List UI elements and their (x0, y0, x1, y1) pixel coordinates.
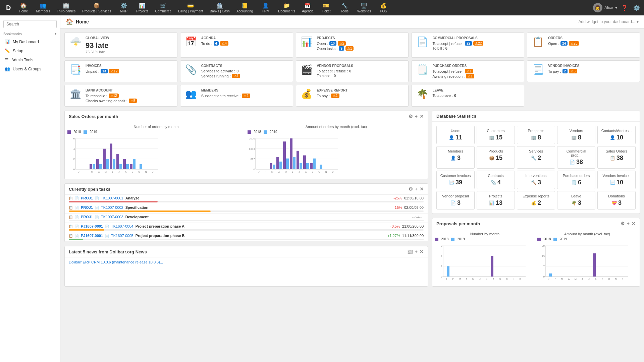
sidebar-item-my-dashboard[interactable]: 📊 My Dashboard (0, 37, 60, 46)
widget-orders[interactable]: 📋 ORDERS Open : 24 ⚠23 (527, 33, 640, 58)
db-stat-customer-invoices[interactable]: Customer invoices 📑 39 (436, 171, 475, 189)
widget-vendor-invoices[interactable]: 📃 VENDOR INVOICES To pay : 2 ⚠6 (527, 60, 640, 82)
db-stat-sales-orders[interactable]: Sales Orders 📋 38 (597, 146, 636, 169)
db-stat-services[interactable]: Services 🔧 2 (517, 146, 555, 169)
db-stat-leave[interactable]: Leave 🌴 3 (557, 191, 595, 209)
nav-mrp[interactable]: ⚙️ MRP (114, 1, 133, 14)
app-logo[interactable]: D (3, 4, 14, 12)
db-stat-projects[interactable]: Projects 📊 13 (477, 191, 515, 209)
nav-agenda[interactable]: 📅 Agenda (299, 1, 317, 14)
question-icon[interactable]: ❓ (620, 3, 629, 12)
proposals-filter-icon[interactable]: ⚙ (621, 221, 625, 226)
db-stat-expense-reports[interactable]: Expense reports 💰 2 (517, 191, 555, 209)
widget-global-view[interactable]: 🌩️ GLOBAL VIEW 93 late75.61% late (64, 33, 177, 58)
task-project[interactable]: PROJ1 (81, 215, 93, 219)
nav-documents[interactable]: 📁 Documents (275, 1, 299, 14)
task-id[interactable]: TK1607-0004 (111, 224, 133, 228)
tasks-close-icon[interactable]: ✕ (420, 186, 424, 192)
nav-members[interactable]: 👥 Members (33, 1, 53, 14)
nav-products[interactable]: 📦 Products | Services (79, 1, 114, 14)
tasks-filter-icon[interactable]: ⚙ (409, 186, 413, 192)
bookmarks-section[interactable]: Bookmarks ▾ (0, 30, 60, 37)
task-id[interactable]: TK1007-0001 (101, 196, 123, 200)
widget-leave[interactable]: 🌴 LEAVE To approve : 0 (411, 85, 524, 107)
db-stat-contacts/addres...[interactable]: Contacts/Addres... 👤 10 (597, 126, 636, 144)
nav-accounting[interactable]: 📒 Accounting (233, 1, 256, 14)
widget-line-label: To accept | refuse : (432, 69, 464, 73)
add-icon[interactable]: + (415, 114, 418, 119)
news-icon1[interactable]: 📰 (407, 249, 413, 254)
filter-icon[interactable]: ⚙ (409, 114, 413, 119)
user-dropdown-icon: ▾ (615, 5, 617, 10)
task-id[interactable]: TK1007-0003 (101, 215, 123, 219)
db-stat-customers[interactable]: Customers 🏢 15 (477, 126, 515, 144)
widget-expense-report[interactable]: 💰 EXPENSE REPORT To pay : ⚠1 (296, 85, 409, 107)
widget-contracts[interactable]: 📎 CONTRACTS Services to activate : 0Serv… (180, 60, 293, 82)
db-stat-users[interactable]: Users 👤 11 (436, 126, 475, 144)
svg-text:S: S (312, 171, 314, 173)
add-widget-chevron[interactable]: ▾ (637, 19, 639, 24)
widget-icon-global-view: 🌩️ (69, 36, 82, 47)
proposals-amount-chart: Amount by month (excl. tax) 2018 2019 07… (537, 232, 637, 284)
db-stat-products[interactable]: Products 📦 15 (477, 146, 515, 169)
settings-icon[interactable]: ⚙️ (632, 3, 641, 12)
nav-billing[interactable]: 💳 Billing | Payment (175, 1, 206, 14)
sidebar-item-setup[interactable]: ✏️ Setup (0, 46, 60, 55)
nav-commerce[interactable]: 🛒 Commerce (152, 1, 175, 14)
proposals-add-icon[interactable]: + (627, 221, 630, 226)
db-stat-title: Projects (480, 194, 511, 198)
task-project[interactable]: PJ1607-0001 (81, 224, 103, 228)
news-item-1[interactable]: Dolibarr ERP CRM 10.0.6 (maintenance rel… (69, 260, 163, 264)
task-project[interactable]: PJ1607-0001 (81, 234, 103, 238)
db-stat-interventions[interactable]: Interventions 🔨 3 (517, 171, 555, 189)
news-add-icon[interactable]: + (415, 249, 418, 254)
db-stat-purchase-orders[interactable]: Purchase orders 🗒️ 6 (557, 171, 595, 189)
widget-commercial-proposals[interactable]: 📄 COMMERCIAL PROPOSALS To accept | refus… (411, 33, 524, 58)
add-widget-label[interactable]: Add widget to your dashboard... (579, 19, 635, 24)
widget-agenda[interactable]: 📅 AGENDA To do : 4 ⚠4 (180, 33, 293, 58)
nav-pos[interactable]: 💰 POS (374, 1, 393, 14)
search-input[interactable] (3, 20, 57, 28)
widget-projects[interactable]: 📊 PROJECTS Open : 10 ⚠2Open tasks : 9 ⚠1 (296, 33, 409, 58)
db-stat-vendor-proposal[interactable]: Vendor proposal 📄 3 (436, 191, 475, 209)
nav-projects[interactable]: 📊 Projects (133, 1, 152, 14)
db-stat-commercial-prop...[interactable]: Commercial prop... 📄 38 (557, 146, 595, 169)
db-stat-donations[interactable]: Donations 💝 3 (597, 191, 636, 209)
widget-members[interactable]: 👥 MEMBERS Subscription to receive : ⚠2 (180, 85, 293, 107)
task-project[interactable]: PROJ1 (81, 196, 93, 200)
task-project[interactable]: PROJ1 (81, 205, 93, 209)
nav-hrm[interactable]: 👤 HRM (256, 1, 275, 14)
user-menu[interactable]: 👩 Alice ▾ (593, 3, 617, 12)
nav-home[interactable]: 🏠 Home (14, 1, 33, 14)
widget-purchase-orders[interactable]: 🗒️ PURCHASE ORDERS To accept | refuse : … (411, 60, 524, 82)
db-stat-members[interactable]: Members 👤 3 (436, 146, 475, 169)
bar-2019 (313, 159, 316, 169)
db-stat-vendors-invoices[interactable]: Vendors invoices 📃 10 (597, 171, 636, 189)
widget-invoices[interactable]: 📑 INVOICES Unpaid : 13 ⚠12 (64, 60, 177, 82)
nav-banks[interactable]: 🏦 Banks | Cash (207, 1, 233, 14)
tasks-add-icon[interactable]: + (415, 186, 418, 192)
nav-third-parties[interactable]: 🏢 Third-parties (53, 1, 79, 14)
close-icon[interactable]: ✕ (420, 114, 424, 119)
nav-ticket[interactable]: 🎫 Ticket (317, 1, 335, 14)
db-stat-prospects[interactable]: Prospects 🏢 8 (517, 126, 555, 144)
sidebar-item-admin-tools[interactable]: ☰ Admin Tools (0, 55, 60, 64)
task-id[interactable]: TK1607-0005 (111, 234, 133, 238)
news-close-icon[interactable]: ✕ (420, 249, 424, 254)
news-header: Latest 5 news from Dolibarr.org News 📰 +… (65, 246, 428, 257)
sidebar-item-users-groups[interactable]: 👥 Users & Groups (0, 64, 60, 73)
widget-vendor-proposals[interactable]: 🎬 VENDOR PROPOSALS To accept | refuse : … (296, 60, 409, 82)
db-stat-vendors[interactable]: Vendors 🏢 8 (557, 126, 595, 144)
nav-tools[interactable]: 🔧 Tools (335, 1, 354, 14)
db-stat-contracts[interactable]: Contracts 📎 4 (477, 171, 515, 189)
task-id[interactable]: TK1007-0002 (101, 205, 123, 209)
news-title: Latest 5 news from Dolibarr.org News (69, 249, 147, 254)
proposals-close-icon[interactable]: ✕ (632, 221, 636, 226)
widget-bank-account[interactable]: 🏛️ BANK ACCOUNT To reconcile : ⚠12Checks… (64, 85, 177, 107)
breadcrumb-home-icon[interactable]: 🏠 (66, 18, 73, 25)
banks-icon: 🏦 (216, 2, 223, 9)
nav-websites[interactable]: 🖥️ Websites (354, 1, 374, 14)
task-type-icon: 📋 (69, 225, 73, 228)
db-stat-icon: 👤 (610, 135, 615, 140)
main-layout: Bookmarks ▾ 📊 My Dashboard ✏️ Setup ☰ Ad… (0, 15, 644, 362)
